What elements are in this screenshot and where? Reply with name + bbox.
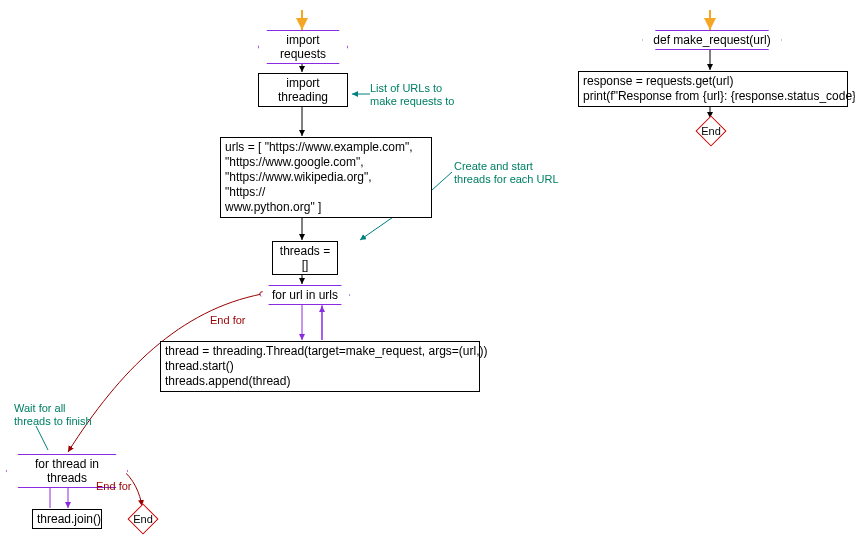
end-label-1: End: [133, 513, 153, 525]
node-func-body: response = requests.get(url) print(f"Res…: [578, 71, 848, 107]
node-import-requests: import requests: [258, 30, 348, 64]
node-import-threading: import threading: [258, 73, 348, 107]
end-label-2: End: [701, 125, 721, 137]
node-thread-join: thread.join(): [32, 509, 102, 529]
node-def-make-request: def make_request(url): [642, 30, 782, 50]
node-end-2: End: [700, 120, 722, 142]
node-for-url-in-urls: for url in urls: [260, 285, 350, 305]
anno-wait-threads: Wait for all threads to finish: [14, 402, 92, 428]
label-end-for-2: End for: [96, 480, 131, 492]
node-thread-body: thread = threading.Thread(target=make_re…: [160, 341, 480, 392]
node-urls-list: urls = [ "https://www.example.com", "htt…: [220, 137, 432, 218]
anno-list-urls: List of URLs to make requests to: [370, 82, 454, 108]
anno-create-threads: Create and start threads for each URL: [454, 160, 559, 186]
node-threads-init: threads = []: [272, 241, 338, 275]
node-end-1: End: [132, 508, 154, 530]
label-end-for-1: End for: [210, 314, 245, 326]
